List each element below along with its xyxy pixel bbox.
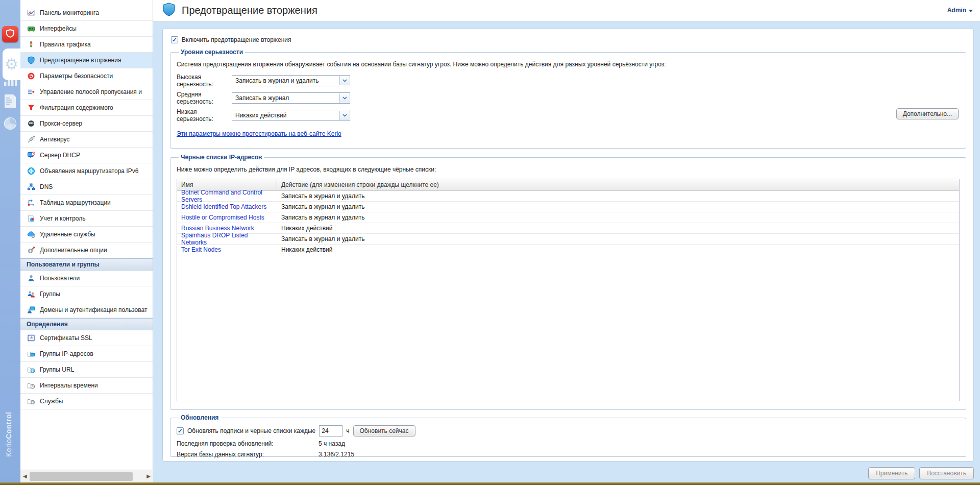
page-header: Предотвращение вторжения Admin — [153, 0, 980, 21]
dhcp-monitor-icon — [27, 151, 35, 159]
sidebar-item-ipv6-router-adverts[interactable]: Объявления маршрутизатора IPv6 — [20, 163, 153, 179]
statistics-chart-icon[interactable] — [3, 71, 17, 87]
content-area: ✓ Включить предотвращение вторжения Уров… — [153, 21, 980, 485]
sidebar-item-bandwidth[interactable]: Управление полосой пропускания и — [20, 84, 153, 100]
severity-levels-fieldset: Уровни серьезности Система предотвращени… — [170, 48, 966, 149]
table-row[interactable]: Russian Business Network Никаких действи… — [177, 223, 959, 234]
table-row[interactable]: Botnet Command and Control Servers Запис… — [177, 191, 959, 202]
table-row[interactable]: Hostile or Compromised Hosts Записать в … — [177, 212, 959, 223]
accounting-pie-icon — [27, 214, 35, 223]
sidebar-item-label: Сервер DHCP — [40, 152, 80, 159]
page-title: Предотвращение вторжения — [182, 5, 317, 16]
sidebar-item-label: Антивирус — [40, 136, 69, 143]
sidebar-item-routing-table[interactable]: Таблица маршрутизации — [20, 195, 153, 211]
sidebar-item-domains-auth[interactable]: Домены и аутентификация пользоват — [20, 302, 153, 318]
column-header-action: Действие (для изменения строки дважды ще… — [277, 179, 443, 190]
sidebar-item-services[interactable]: Службы — [20, 394, 153, 409]
shield-icon — [27, 56, 35, 64]
sidebar-item-remote-services[interactable]: Удаленные службы — [20, 227, 153, 243]
updates-fieldset: Обновления ✓ Обновлять подписи и черные … — [170, 414, 966, 457]
sidebar-item-time-ranges[interactable]: Интервалы времени — [20, 378, 153, 394]
sidebar-item-label: Учет и контроль — [40, 215, 86, 222]
advanced-button[interactable]: Дополнительно... — [896, 108, 959, 119]
test-settings-link[interactable]: Эти параметры можно протестировать на ве… — [177, 130, 341, 137]
logs-document-icon[interactable] — [3, 93, 17, 109]
sidebar-item-antivirus[interactable]: Антивирус — [20, 132, 153, 148]
sidebar-item-label: Дополнительные опции — [40, 247, 107, 254]
app-shield-icon[interactable] — [2, 26, 18, 42]
sidebar-item-intrusion-prevention[interactable]: Предотвращение вторжения — [20, 53, 153, 68]
sidebar-item-label: Правила трафика — [40, 41, 91, 48]
enable-row: ✓ Включить предотвращение вторжения — [171, 36, 966, 43]
blacklists-description: Ниже можно определить действия для IP ад… — [177, 166, 960, 173]
gear-hammer-icon — [27, 246, 35, 254]
low-severity-select[interactable]: Никаких действий — [232, 110, 350, 121]
left-icon-strip: ⚙ KerioControl — [0, 0, 20, 485]
sidebar-item-label: Сертификаты SSL — [40, 334, 92, 342]
table-row[interactable]: Dshield Identified Top Attackers Записат… — [177, 202, 959, 212]
dns-tree-icon — [27, 183, 35, 191]
sidebar-section-users-groups: Пользователи и группы — [20, 258, 153, 271]
sidebar-section-definitions: Определения — [20, 318, 153, 330]
sidebar-item-url-groups[interactable]: Группы URL — [20, 362, 153, 378]
low-severity-row: Низкая серьезность: Никаких действий — [177, 108, 960, 123]
interval-unit-label: ч — [346, 427, 349, 434]
sidebar-item-label: Удаленные службы — [40, 231, 95, 238]
sidebar-item-traffic-rules[interactable]: Правила трафика — [20, 37, 153, 53]
chevron-down-icon — [339, 111, 349, 120]
kerio-control-brand: KerioControl — [5, 406, 13, 457]
scrollbar-right-arrow-icon[interactable]: ▶ — [146, 473, 151, 479]
sidebar: Панель мониторинга Интерфейсы Правила тр… — [20, 0, 153, 485]
sidebar-item-label: Группы — [40, 290, 60, 298]
sidebar-item-proxy[interactable]: Прокси-сервер — [20, 116, 153, 132]
sidebar-item-label: Прокси-сервер — [40, 120, 82, 127]
sidebar-horizontal-scrollbar[interactable]: ◀ ▶ — [20, 470, 153, 482]
scrollbar-left-arrow-icon[interactable]: ◀ — [23, 473, 27, 479]
network-interfaces-icon — [27, 25, 35, 33]
sidebar-item-label: Панель мониторинга — [40, 9, 99, 16]
sidebar-item-advanced-options[interactable]: Дополнительные опции — [20, 243, 153, 258]
url-groups-folder-icon — [27, 366, 35, 374]
sidebar-item-label: Предотвращение вторжения — [40, 57, 121, 64]
table-header-row: Имя Действие (для изменения строки дважд… — [177, 179, 959, 191]
updates-legend: Обновления — [179, 414, 220, 421]
sidebar-item-content-filter[interactable]: Фильтрация содержимого — [20, 100, 153, 116]
sidebar-item-users[interactable]: Пользователи — [20, 271, 153, 286]
update-signatures-label: Обновлять подписи и черные списки каждые — [187, 427, 315, 434]
sidebar-item-dns[interactable]: DNS — [20, 179, 153, 195]
sidebar-item-ssl-certificates[interactable]: Сертификаты SSL — [20, 330, 153, 346]
funnel-icon — [27, 104, 35, 112]
sidebar-item-security-settings[interactable]: Параметры безопасности — [20, 68, 153, 84]
apply-button[interactable]: Применить — [868, 467, 915, 479]
sidebar-item-accounting[interactable]: Учет и контроль — [20, 211, 153, 227]
update-interval-row: ✓ Обновлять подписи и черные списки кажд… — [177, 425, 960, 436]
medium-severity-select[interactable]: Записать в журнал — [232, 92, 350, 104]
bandwidth-icon — [27, 88, 35, 96]
blacklists-table: Имя Действие (для изменения строки дважд… — [177, 179, 960, 401]
scrollbar-thumb[interactable] — [30, 472, 133, 481]
low-severity-label: Низкая серьезность: — [177, 108, 232, 123]
status-pie-icon[interactable] — [3, 116, 17, 131]
high-severity-select[interactable]: Записать в журнал и удалить — [232, 75, 350, 86]
admin-menu[interactable]: Admin — [947, 7, 973, 14]
enable-intrusion-checkbox[interactable]: ✓ — [171, 36, 178, 43]
sidebar-item-dashboard[interactable]: Панель мониторинга — [20, 5, 153, 21]
blacklists-legend: Черные списки IP-адресов — [179, 154, 264, 161]
sidebar-item-interfaces[interactable]: Интерфейсы — [20, 21, 153, 37]
db-version-row: Версия базы данных сигнатур: 3.136/2.121… — [177, 451, 960, 458]
sidebar-item-dhcp-server[interactable]: Сервер DHCP — [20, 148, 153, 163]
update-now-button[interactable]: Обновить сейчас — [353, 425, 415, 436]
restore-button[interactable]: Восстановить — [919, 467, 974, 479]
chevron-down-icon — [339, 93, 349, 103]
stop-hand-icon — [27, 72, 35, 80]
severity-description: Система предотвращения вторжения обнаруж… — [177, 61, 960, 68]
sidebar-item-label: Интервалы времени — [40, 382, 98, 389]
footer-actions: Применить Восстановить — [868, 467, 974, 479]
sidebar-item-ip-groups[interactable]: Группы IP-адресов — [20, 346, 153, 362]
update-interval-input[interactable] — [319, 425, 342, 436]
table-row[interactable]: Spamhaus DROP Listed Networks Записать в… — [177, 234, 959, 245]
sidebar-item-groups[interactable]: Группы — [20, 286, 153, 302]
update-signatures-checkbox[interactable]: ✓ — [177, 427, 184, 434]
sidebar-item-label: Группы URL — [40, 366, 74, 373]
table-row[interactable]: Tor Exit Nodes Никаких действий — [177, 245, 959, 255]
